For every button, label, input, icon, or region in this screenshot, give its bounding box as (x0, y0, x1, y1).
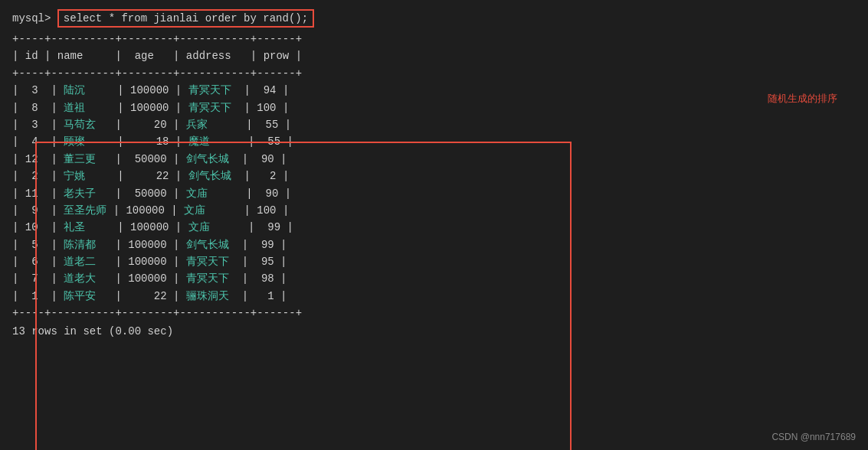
table-output: +----+----------+--------+-----------+--… (12, 31, 856, 322)
table-row: | 5 | 陈清都 | 100000 | 剑气长城 | 99 | (12, 236, 856, 253)
table-row: | 9 | 至圣先师 | 100000 | 文庙 | 100 | (12, 202, 856, 219)
table-row: | 6 | 道老二 | 100000 | 青冥天下 | 95 | (12, 253, 856, 270)
table-row: | 1 | 陈平安 | 22 | 骊珠洞天 | 1 | (12, 288, 856, 305)
separator-top: +----+----------+--------+-----------+--… (12, 31, 856, 47)
annotation-label: 随机生成的排序 (768, 92, 837, 106)
table-row: | 3 | 马苟玄 | 20 | 兵家 | 55 | (12, 116, 856, 133)
table-row: | 12 | 董三更 | 50000 | 剑气长城 | 90 | (12, 151, 856, 168)
table-row: | 3 | 陆沉 | 100000 | 青冥天下 | 94 | (12, 82, 856, 99)
table-row: | 8 | 道祖 | 100000 | 青冥天下 | 100 | (12, 99, 856, 116)
terminal-window: mysql> select * from jianlai order by ra… (0, 0, 868, 450)
table-row: | 2 | 宁姚 | 22 | 剑气长城 | 2 | (12, 168, 856, 184)
table-row: | 10 | 礼圣 | 100000 | 文庙 | 99 | (12, 219, 856, 236)
header-row: | id | name | age | address | prow | (12, 47, 856, 64)
data-rows-container: | 3 | 陆沉 | 100000 | 青冥天下 | 94 | | 8 | 道祖… (12, 82, 856, 305)
prompt-line: mysql> select * from jianlai order by ra… (12, 9, 856, 28)
table-row: | 4 | 顾璨 | 18 | 魔道 | 55 | (12, 133, 856, 150)
table-row: | 11 | 老夫子 | 50000 | 文庙 | 90 | (12, 185, 856, 202)
separator-mid: +----+----------+--------+-----------+--… (12, 65, 856, 82)
sql-command: select * from jianlai order by rand(); (57, 9, 314, 28)
separator-bottom: +----+----------+--------+-----------+--… (12, 305, 856, 321)
csdn-watermark: CSDN @nnn717689 (771, 432, 856, 442)
mysql-prompt: mysql> (12, 12, 51, 24)
result-footer: 13 rows in set (0.00 sec) (12, 325, 856, 338)
table-row: | 7 | 道老大 | 100000 | 青冥天下 | 98 | (12, 270, 856, 287)
